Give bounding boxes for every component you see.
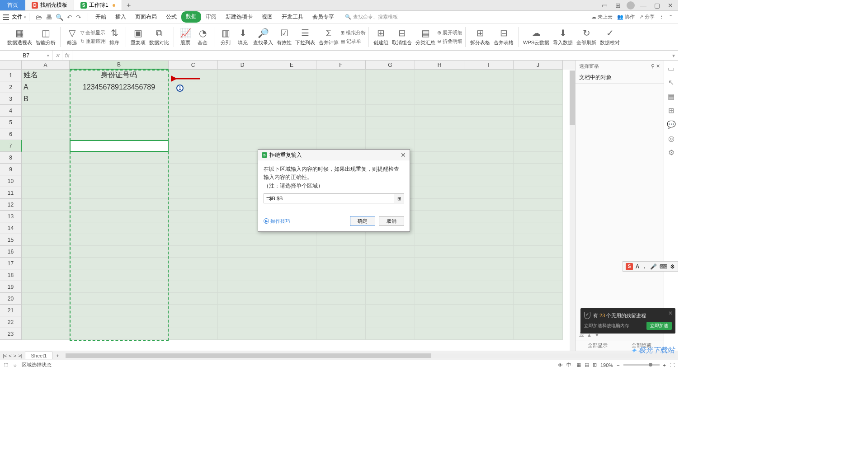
cell[interactable] [366, 328, 415, 340]
cell[interactable] [70, 281, 169, 293]
cell[interactable] [169, 187, 218, 199]
cell[interactable] [22, 175, 70, 187]
ime-settings-icon[interactable]: ⚙ [670, 263, 675, 270]
cell[interactable] [70, 293, 169, 305]
subtotal-button[interactable]: ▤分类汇总 [414, 27, 437, 47]
cell[interactable] [267, 293, 316, 305]
cell[interactable] [415, 211, 464, 222]
tips-link[interactable]: ▶ 操作技巧 [264, 218, 290, 225]
app-home-tab[interactable]: 首页 [0, 0, 25, 10]
cell[interactable] [514, 293, 563, 305]
import-data-button[interactable]: ⬇导入数据 [551, 27, 575, 47]
cell[interactable] [169, 234, 218, 246]
rail-cursor-icon[interactable]: ↖ [668, 78, 674, 87]
row-header[interactable]: 12 [0, 199, 22, 211]
dropdown-list-button[interactable]: ☰下拉列表 [293, 27, 317, 47]
cell[interactable] [514, 199, 563, 211]
cell[interactable] [70, 117, 169, 128]
view-page-icon[interactable]: ▤ [585, 362, 589, 367]
cell[interactable] [316, 316, 366, 328]
cell[interactable] [366, 246, 415, 258]
cell[interactable] [218, 316, 267, 328]
cell[interactable] [514, 305, 563, 316]
rail-select-icon[interactable]: ▭ [668, 64, 675, 73]
file-menu[interactable]: 文件▾ [12, 13, 26, 21]
cell[interactable] [169, 70, 218, 81]
cell[interactable] [169, 328, 218, 340]
lang-icon[interactable]: 中· [566, 362, 573, 367]
zoom-in-button[interactable]: + [663, 362, 666, 367]
cell[interactable] [169, 316, 218, 328]
ime-toolbar[interactable]: S A ， 🎤 ⌨ ⚙ [623, 261, 678, 272]
view-normal-icon[interactable]: ▦ [576, 362, 581, 367]
cell[interactable] [464, 70, 514, 81]
cell[interactable] [514, 211, 563, 222]
lookup-entry-button[interactable]: 🔎查找录入 [251, 27, 275, 47]
cell[interactable] [70, 93, 169, 105]
toast-action-button[interactable]: 立即加速 [646, 322, 672, 330]
split-table-button[interactable]: ⊞拆分表格 [468, 27, 492, 47]
cell[interactable] [22, 269, 70, 281]
cell[interactable] [415, 199, 464, 211]
menu-formula[interactable]: 公式 [161, 11, 181, 23]
cell[interactable] [464, 246, 514, 258]
cell[interactable] [22, 316, 70, 328]
cell[interactable] [70, 211, 169, 222]
cell[interactable] [464, 117, 514, 128]
cell[interactable] [218, 281, 267, 293]
menu-page-layout[interactable]: 页面布局 [131, 11, 161, 23]
cell[interactable] [70, 199, 169, 211]
cell[interactable] [22, 211, 70, 222]
vertical-scrollbar[interactable] [570, 70, 575, 351]
menu-new-tab[interactable]: 新建选项卡 [221, 11, 257, 23]
cell[interactable]: A [22, 81, 70, 93]
cell[interactable] [218, 305, 267, 316]
cell[interactable] [267, 70, 316, 81]
row-header[interactable]: 8 [0, 152, 22, 164]
cell[interactable] [169, 128, 218, 140]
sort-button[interactable]: ⇅排序 [106, 27, 123, 47]
cell[interactable] [218, 117, 267, 128]
cell[interactable] [22, 258, 70, 269]
cell[interactable] [464, 269, 514, 281]
cell[interactable] [169, 246, 218, 258]
cell[interactable] [169, 199, 218, 211]
cell[interactable] [70, 187, 169, 199]
cell[interactable] [22, 105, 70, 117]
cell[interactable] [415, 164, 464, 175]
cell[interactable] [415, 222, 464, 234]
cell[interactable] [316, 234, 366, 246]
menu-view[interactable]: 视图 [257, 11, 277, 23]
menu-start[interactable]: 开始 [91, 11, 111, 23]
cell[interactable] [169, 281, 218, 293]
cell[interactable] [70, 328, 169, 340]
cell[interactable] [464, 81, 514, 93]
cell[interactable] [169, 269, 218, 281]
cell[interactable] [218, 105, 267, 117]
cell[interactable] [464, 164, 514, 175]
add-sheet-button[interactable]: + [52, 353, 62, 358]
cell[interactable] [415, 246, 464, 258]
cell[interactable] [22, 222, 70, 234]
merge-table-button[interactable]: ⊟合并表格 [492, 27, 515, 47]
show-all-button[interactable]: ▽全部显示 [80, 29, 106, 36]
cell[interactable] [366, 316, 415, 328]
cell[interactable] [366, 234, 415, 246]
cell[interactable] [22, 246, 70, 258]
cell[interactable] [366, 128, 415, 140]
cell[interactable] [464, 293, 514, 305]
ime-keyboard-icon[interactable]: ⌨ [660, 263, 667, 270]
cell[interactable] [415, 293, 464, 305]
cell[interactable] [22, 305, 70, 316]
cell[interactable] [514, 152, 563, 164]
col-header[interactable]: C [169, 61, 218, 70]
cell[interactable] [366, 269, 415, 281]
cell[interactable] [70, 305, 169, 316]
cell[interactable] [316, 293, 366, 305]
row-header[interactable]: 16 [0, 246, 22, 258]
consolidate-button[interactable]: Σ合并计算 [317, 27, 340, 47]
cell[interactable] [464, 305, 514, 316]
row-header[interactable]: 9 [0, 164, 22, 175]
cell[interactable] [464, 316, 514, 328]
cell[interactable] [169, 140, 218, 152]
